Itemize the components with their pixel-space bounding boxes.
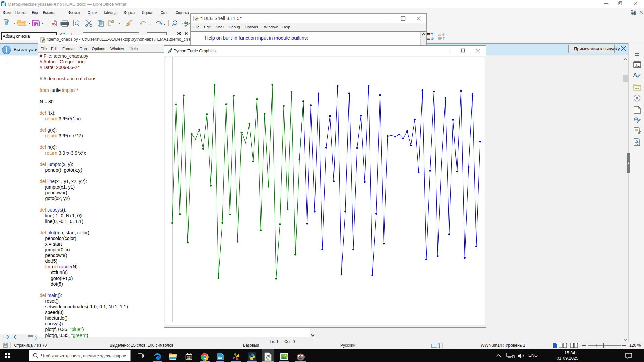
- svg-text:d: d: [177, 23, 178, 26]
- svg-text:A: A: [633, 72, 637, 78]
- svg-text:abc: abc: [182, 20, 190, 25]
